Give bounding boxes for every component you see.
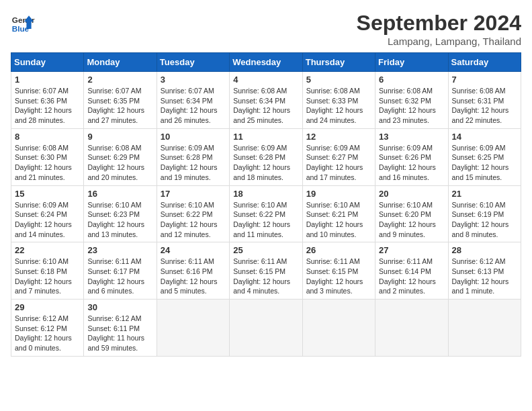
table-row: 21Sunrise: 6:10 AMSunset: 6:19 PMDayligh… <box>448 185 521 242</box>
header-tuesday: Tuesday <box>157 53 229 72</box>
table-row: 13Sunrise: 6:09 AMSunset: 6:26 PMDayligh… <box>375 128 448 185</box>
title-section: September 2024 Lampang, Lampang, Thailan… <box>357 11 521 47</box>
table-row: 16Sunrise: 6:10 AMSunset: 6:23 PMDayligh… <box>84 185 157 242</box>
table-row: 6Sunrise: 6:08 AMSunset: 6:32 PMDaylight… <box>375 72 448 129</box>
table-row: 24Sunrise: 6:11 AMSunset: 6:16 PMDayligh… <box>157 242 229 300</box>
header-thursday: Thursday <box>302 53 375 72</box>
table-row: 10Sunrise: 6:09 AMSunset: 6:28 PMDayligh… <box>157 128 229 185</box>
header-saturday: Saturday <box>448 53 521 72</box>
table-row: 7Sunrise: 6:08 AMSunset: 6:31 PMDaylight… <box>448 72 521 129</box>
table-row: 19Sunrise: 6:10 AMSunset: 6:21 PMDayligh… <box>302 185 375 242</box>
page-header: General Blue September 2024 Lampang, Lam… <box>11 11 521 47</box>
table-row: 2Sunrise: 6:07 AMSunset: 6:35 PMDaylight… <box>84 72 157 129</box>
table-row: 14Sunrise: 6:09 AMSunset: 6:25 PMDayligh… <box>448 128 521 185</box>
table-row: 25Sunrise: 6:11 AMSunset: 6:15 PMDayligh… <box>230 242 302 300</box>
table-row: 23Sunrise: 6:11 AMSunset: 6:17 PMDayligh… <box>84 242 157 300</box>
table-row: 12Sunrise: 6:09 AMSunset: 6:27 PMDayligh… <box>302 128 375 185</box>
table-row <box>448 300 521 357</box>
table-row: 5Sunrise: 6:08 AMSunset: 6:33 PMDaylight… <box>302 72 375 129</box>
table-row <box>157 300 229 357</box>
table-row: 30Sunrise: 6:12 AMSunset: 6:11 PMDayligh… <box>84 300 157 357</box>
location: Lampang, Lampang, Thailand <box>357 36 521 47</box>
table-row: 18Sunrise: 6:10 AMSunset: 6:22 PMDayligh… <box>230 185 302 242</box>
header-wednesday: Wednesday <box>230 53 302 72</box>
table-row: 8Sunrise: 6:08 AMSunset: 6:30 PMDaylight… <box>11 128 84 185</box>
month-title: September 2024 <box>357 11 521 36</box>
table-row: 1Sunrise: 6:07 AMSunset: 6:36 PMDaylight… <box>11 72 84 129</box>
table-row: 26Sunrise: 6:11 AMSunset: 6:15 PMDayligh… <box>302 242 375 300</box>
table-row: 28Sunrise: 6:12 AMSunset: 6:13 PMDayligh… <box>448 242 521 300</box>
logo-icon: General Blue <box>11 11 35 35</box>
header-monday: Monday <box>84 53 157 72</box>
table-row: 9Sunrise: 6:08 AMSunset: 6:29 PMDaylight… <box>84 128 157 185</box>
table-row: 22Sunrise: 6:10 AMSunset: 6:18 PMDayligh… <box>11 242 84 300</box>
table-row: 3Sunrise: 6:07 AMSunset: 6:34 PMDaylight… <box>157 72 229 129</box>
table-row <box>302 300 375 357</box>
table-row <box>375 300 448 357</box>
header-sunday: Sunday <box>11 53 84 72</box>
header-friday: Friday <box>375 53 448 72</box>
logo: General Blue <box>11 11 35 35</box>
calendar-table: Sunday Monday Tuesday Wednesday Thursday… <box>11 52 521 357</box>
table-row: 17Sunrise: 6:10 AMSunset: 6:22 PMDayligh… <box>157 185 229 242</box>
table-row: 27Sunrise: 6:11 AMSunset: 6:14 PMDayligh… <box>375 242 448 300</box>
table-row: 4Sunrise: 6:08 AMSunset: 6:34 PMDaylight… <box>230 72 302 129</box>
table-row: 11Sunrise: 6:09 AMSunset: 6:28 PMDayligh… <box>230 128 302 185</box>
table-row <box>230 300 302 357</box>
table-row: 20Sunrise: 6:10 AMSunset: 6:20 PMDayligh… <box>375 185 448 242</box>
table-row: 29Sunrise: 6:12 AMSunset: 6:12 PMDayligh… <box>11 300 84 357</box>
weekday-header-row: Sunday Monday Tuesday Wednesday Thursday… <box>11 53 521 72</box>
table-row: 15Sunrise: 6:09 AMSunset: 6:24 PMDayligh… <box>11 185 84 242</box>
